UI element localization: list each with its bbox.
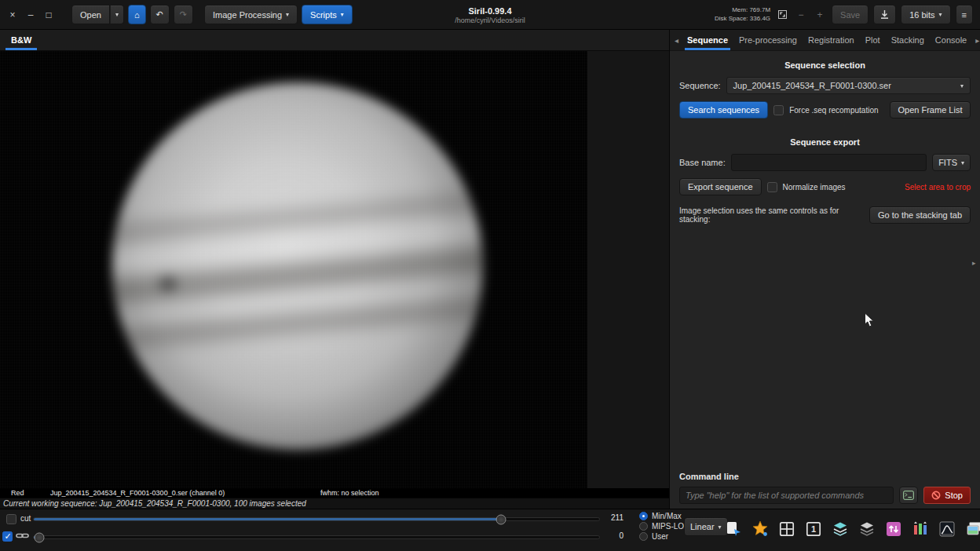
mode-user[interactable]: User [639,532,668,541]
high-slider-fill [34,518,501,520]
minimize-button[interactable]: – [24,8,38,22]
maximize-button[interactable]: □ [42,8,56,22]
force-recompute-checkbox[interactable] [773,105,784,115]
normalize-images-checkbox[interactable] [767,182,777,192]
star-detection-button[interactable] [749,517,771,541]
link-checkbox[interactable] [2,531,13,542]
minmax-radio[interactable] [639,512,648,520]
base-name-input[interactable] [731,154,927,171]
sequence-selection-title: Sequence selection [679,51,971,70]
redo-button[interactable]: ↷ [174,5,193,24]
panel-tab-strip: ◂ Sequence Pre-processing Registration P… [670,30,980,51]
open-recent-dropdown[interactable]: ▾ [110,5,124,24]
base-name-label: Base name: [679,158,726,167]
rgb-split-button[interactable] [909,517,931,541]
sequence-combobox[interactable]: Jup_200415_204534_R_F0001-0300.ser ▾ [726,77,971,94]
app-title: Siril-0.99.4 [468,6,511,16]
sequence-export-title: Sequence export [679,119,971,147]
low-slider-handle[interactable] [35,532,45,542]
zoom-out-button[interactable]: − [794,8,808,22]
tab-bw[interactable]: B&W [0,30,42,50]
low-level-slider[interactable] [33,535,600,539]
single-frame-button[interactable]: 1 [803,517,825,541]
save-button[interactable]: Save [832,5,868,24]
zoom-fit-button[interactable] [775,8,789,22]
export-sequence-label: Export sequence [688,182,753,192]
download-icon [879,9,890,20]
search-sequences-button[interactable]: Search sequences [679,101,768,119]
siril-window: × – □ Open ▾ ⌂ ↶ ↷ Image Processing▾ Scr… [0,0,980,551]
select-area-warning: Select area to crop [905,183,971,192]
go-to-stacking-button[interactable]: Go to the stacking tab [869,206,971,224]
scripts-menu[interactable]: Scripts▾ [302,5,353,24]
current-file-label: Jup_200415_204534_R_F0001-0300_0.ser (ch… [50,489,225,497]
high-level-slider[interactable] [33,517,600,521]
export-sequence-button[interactable]: Export sequence [679,178,762,195]
open-frame-list-label: Open Frame List [898,105,963,115]
export-format-dropdown[interactable]: FITS▾ [932,154,971,171]
tab-plot[interactable]: Plot [860,30,886,50]
tab-console[interactable]: Console [930,30,972,50]
chevron-down-icon: ▾ [960,82,964,89]
tab-pre-processing[interactable]: Pre-processing [733,30,803,50]
cut-checkbox[interactable] [6,514,16,524]
home-icon: ⌂ [134,10,140,20]
cut-label: cut [20,514,31,523]
command-list-button[interactable] [899,487,918,504]
channel-shift-button[interactable] [883,517,905,541]
image-canvas[interactable] [0,51,587,488]
chevron-down-icon: ▾ [961,159,964,166]
panel-collapse-handle[interactable]: ▸ [972,259,976,267]
system-resources: Mem: 769.7M Disk Space: 336.4G [715,6,770,23]
chevron-down-icon: ▾ [939,11,942,18]
home-button[interactable]: ⌂ [128,5,146,24]
jupiter-image [112,82,483,450]
high-slider-handle[interactable] [496,514,506,524]
tabs-scroll-left-icon[interactable]: ◂ [671,30,682,50]
histogram-button[interactable] [936,517,958,541]
pixel-grid-button[interactable] [776,517,798,541]
jupiter-dark-spot [159,277,177,290]
zoom-in-button[interactable]: + [813,8,827,22]
chevron-down-icon: ▾ [115,11,119,18]
rgb-split-icon [911,520,930,538]
grid-icon [777,520,796,538]
normalize-images-label: Normalize images [783,183,846,192]
hamburger-menu-button[interactable]: ≡ [956,5,973,24]
open-frame-list-button[interactable]: Open Frame List [890,101,971,119]
stop-button[interactable]: Stop [923,487,971,504]
image-processing-menu[interactable]: Image Processing▾ [204,5,298,24]
command-line-title: Command line [679,472,971,481]
layers-cyan-button[interactable] [829,517,851,541]
tab-sequence[interactable]: Sequence [682,30,733,50]
scale-dropdown[interactable]: Linear▾ [684,517,728,536]
tabs-scroll-right-icon[interactable]: ▸ [972,30,980,50]
image-status-bar: Red Jup_200415_204534_R_F0001-0300_0.ser… [0,488,669,498]
titlebar: × – □ Open ▾ ⌂ ↶ ↷ Image Processing▾ Scr… [0,0,980,30]
display-controls-bar: cut 211 0 Min/Max MIPS-LO/HI User Linear… [0,509,980,551]
chevron-down-icon: ▾ [341,11,344,18]
open-button[interactable]: Open [71,5,110,24]
layers-cyan-icon [831,520,850,538]
chevron-down-icon: ▾ [719,524,722,531]
force-recompute-label: Force .seq recomputation [789,106,878,115]
link-sliders-button[interactable] [16,531,29,542]
fwhm-label: fwhm: no selection [320,489,379,497]
user-radio[interactable] [639,532,648,541]
close-button[interactable]: × [5,8,20,22]
tab-registration[interactable]: Registration [803,30,860,50]
bit-depth-dropdown[interactable]: 16 bits▾ [901,5,950,24]
save-as-button[interactable] [873,5,896,24]
tab-stacking[interactable]: Stacking [886,30,930,50]
image-stack-button[interactable] [963,517,980,541]
layers-gray-icon [858,520,876,538]
hamburger-icon: ≡ [962,10,967,20]
mode-minmax[interactable]: Min/Max [639,512,682,520]
control-panel: ◂ Sequence Pre-processing Registration P… [669,30,980,509]
mips-radio[interactable] [639,522,648,531]
command-input[interactable] [679,487,894,504]
undo-button[interactable]: ↶ [150,5,170,24]
channel-shift-icon [884,520,903,538]
layers-gray-button[interactable] [856,517,878,541]
document-export-button[interactable] [722,517,744,541]
